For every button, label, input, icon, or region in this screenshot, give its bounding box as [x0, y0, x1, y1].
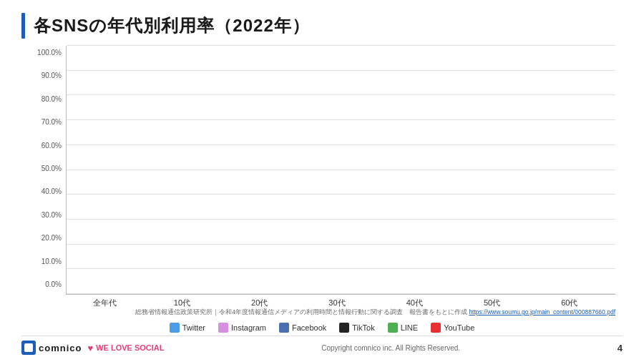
chart-wrapper: 100.0%90.0%80.0%70.0%60.0%50.0%40.0%30.0…	[29, 46, 615, 308]
y-axis-label: 20.0%	[42, 234, 62, 242]
legend-label: LINE	[401, 323, 418, 332]
legend-item: LINE	[388, 323, 418, 333]
x-axis-label: 20代	[235, 298, 285, 308]
legend-color-box	[339, 323, 349, 333]
logo-square	[21, 341, 36, 355]
x-labels: 全年代10代20代30代40代50代60代	[66, 295, 615, 308]
chart-plot	[66, 46, 615, 295]
bars-container	[67, 46, 615, 294]
source-text: 総務省情報通信政策研究所｜令和4年度情報通信メディアの利用時間と情報行動に関する…	[135, 308, 615, 317]
footer-left: comnico ♥ WE LOVE SOCIAL	[21, 341, 165, 355]
love-social-text: WE LOVE SOCIAL	[96, 343, 164, 352]
comnico-logo: comnico	[21, 341, 82, 355]
source-area: 総務省情報通信政策研究所｜令和4年度情報通信メディアの利用時間と情報行動に関する…	[29, 308, 615, 318]
legend-item: Instagram	[218, 323, 266, 333]
y-axis-label: 100.0%	[37, 49, 62, 57]
x-axis-label: 10代	[157, 298, 207, 308]
footer: comnico ♥ WE LOVE SOCIAL Copyright comni…	[21, 336, 623, 355]
chart-inner: 全年代10代20代30代40代50代60代	[66, 46, 615, 308]
x-axis-label: 40代	[389, 298, 439, 308]
x-axis-label: 60代	[545, 298, 595, 308]
y-axis-label: 40.0%	[42, 187, 62, 195]
title-row: 各SNSの年代別利用率（2022年）	[21, 13, 623, 39]
y-axis-label: 50.0%	[42, 165, 62, 172]
legend-label: TikTok	[352, 323, 374, 332]
page: 各SNSの年代別利用率（2022年） 100.0%90.0%80.0%70.0%…	[0, 0, 644, 362]
y-axis-label: 30.0%	[42, 211, 62, 219]
legend-color-box	[388, 323, 398, 333]
heart-icon: ♥	[87, 343, 93, 353]
x-axis-label: 全年代	[79, 298, 130, 308]
y-axis-label: 70.0%	[42, 118, 62, 126]
legend-item: YouTube	[431, 323, 474, 333]
y-axis-label: 10.0%	[42, 258, 62, 265]
legend-color-box	[218, 323, 228, 333]
y-axis-label: 60.0%	[42, 142, 62, 150]
legend-label: Instagram	[231, 323, 266, 332]
legend-color-box	[279, 323, 289, 333]
copyright: Copyright comnico inc. All Rights Reserv…	[321, 344, 460, 352]
y-axis: 100.0%90.0%80.0%70.0%60.0%50.0%40.0%30.0…	[29, 46, 66, 308]
source-link[interactable]: https://www.soumu.go.jp/main_content/000…	[469, 308, 615, 315]
title-bar-decoration	[21, 13, 25, 39]
y-axis-label: 90.0%	[42, 72, 62, 79]
legend-item: TikTok	[339, 323, 374, 333]
x-axis-label: 50代	[467, 298, 517, 308]
logo-inner	[24, 343, 33, 352]
legend-label: Facebook	[292, 323, 326, 332]
page-number: 4	[618, 343, 623, 353]
legend-item: Facebook	[279, 323, 326, 333]
y-axis-label: 0.0%	[45, 280, 62, 288]
legend-label: YouTube	[444, 323, 474, 332]
legend-label: Twitter	[182, 323, 205, 332]
y-axis-label: 80.0%	[42, 95, 62, 103]
chart-area: 100.0%90.0%80.0%70.0%60.0%50.0%40.0%30.0…	[21, 46, 623, 334]
legend-item: Twitter	[170, 323, 205, 333]
legend-color-box	[431, 323, 441, 333]
brand-name: comnico	[39, 343, 82, 353]
legend: TwitterInstagramFacebookTikTokLINEYouTub…	[29, 323, 615, 333]
x-axis-label: 30代	[312, 298, 362, 308]
love-social: ♥ WE LOVE SOCIAL	[87, 343, 164, 353]
page-title: 各SNSの年代別利用率（2022年）	[34, 14, 310, 37]
legend-color-box	[170, 323, 180, 333]
